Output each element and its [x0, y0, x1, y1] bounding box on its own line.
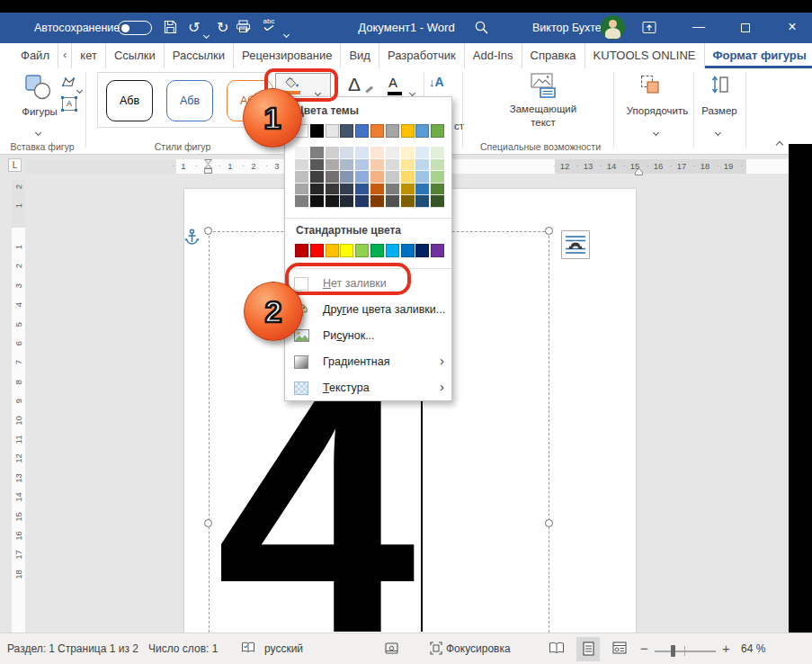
menu-item-gradient[interactable]: Градиентная ›: [285, 349, 451, 375]
theme-variant-swatch[interactable]: [386, 184, 399, 196]
zoom-slider-track[interactable]: [655, 651, 716, 652]
language-indicator[interactable]: русский: [264, 642, 303, 655]
theme-variant-swatch[interactable]: [401, 147, 415, 159]
theme-variant-swatch[interactable]: [295, 195, 308, 208]
shape-style-preset[interactable]: Абв: [166, 80, 213, 121]
ribbon-display-options-icon[interactable]: [642, 21, 656, 38]
standard-color-swatch[interactable]: [340, 244, 353, 257]
text-direction-icon[interactable]: ↓A: [429, 75, 444, 89]
theme-variant-swatch[interactable]: [415, 171, 429, 184]
spelling-check-icon[interactable]: abc: [260, 18, 278, 32]
macro-record-icon[interactable]: [385, 642, 398, 657]
read-mode-icon[interactable]: [549, 642, 565, 657]
maximize-button[interactable]: [732, 13, 759, 43]
theme-variant-swatch[interactable]: [431, 184, 444, 196]
theme-variant-swatch[interactable]: [295, 159, 308, 172]
tab-Вид[interactable]: Вид: [341, 43, 379, 68]
theme-color-swatch[interactable]: [370, 124, 384, 138]
tab-scroll-arrow[interactable]: ‹: [58, 43, 72, 68]
theme-color-swatch[interactable]: [431, 124, 444, 138]
tab-Add-Ins[interactable]: Add-Ins: [465, 43, 522, 68]
tab-кет[interactable]: кет: [72, 43, 106, 68]
theme-variant-swatch[interactable]: [370, 184, 384, 196]
standard-color-swatch[interactable]: [415, 244, 429, 257]
resize-handle[interactable]: [545, 227, 553, 235]
standard-color-swatch[interactable]: [370, 244, 384, 257]
theme-variant-swatch[interactable]: [340, 184, 353, 196]
standard-color-swatch[interactable]: [295, 244, 308, 257]
theme-color-swatch[interactable]: [401, 124, 415, 138]
autosave-toggle[interactable]: [118, 21, 152, 35]
tab-KUTOOLS ONLINE[interactable]: KUTOOLS ONLINE: [585, 43, 705, 68]
theme-variant-swatch[interactable]: [401, 159, 415, 172]
search-icon[interactable]: [474, 20, 489, 39]
big-text-shape[interactable]: 4: [214, 360, 430, 639]
tab-Справка[interactable]: Справка: [522, 43, 585, 68]
tab-Формат фигуры[interactable]: Формат фигуры: [705, 43, 812, 68]
theme-variant-swatch[interactable]: [340, 171, 353, 184]
arrange-chevron-icon[interactable]: [654, 122, 658, 139]
alt-text-button-line2[interactable]: текст: [489, 117, 597, 128]
layout-options-button[interactable]: [561, 230, 590, 259]
theme-variant-swatch[interactable]: [431, 159, 444, 172]
theme-variant-swatch[interactable]: [386, 147, 399, 159]
theme-variant-swatch[interactable]: [340, 147, 353, 159]
theme-variant-swatch[interactable]: [415, 195, 429, 208]
theme-variant-swatch[interactable]: [326, 184, 339, 196]
theme-variant-swatch[interactable]: [401, 184, 415, 196]
theme-variant-swatch[interactable]: [370, 159, 384, 172]
theme-variant-swatch[interactable]: [431, 195, 444, 208]
standard-color-swatch[interactable]: [310, 244, 324, 257]
theme-variant-swatch[interactable]: [295, 184, 308, 196]
collapse-ribbon-icon[interactable]: [776, 141, 783, 148]
theme-variant-swatch[interactable]: [415, 147, 429, 159]
edit-shape-icon[interactable]: [61, 76, 76, 92]
theme-variant-swatch[interactable]: [340, 159, 353, 172]
tab-Файл[interactable]: Файл: [13, 43, 58, 68]
standard-color-swatch[interactable]: [355, 244, 369, 257]
theme-variant-swatch[interactable]: [310, 184, 324, 196]
theme-variant-swatch[interactable]: [415, 159, 429, 172]
resize-handle[interactable]: [204, 227, 212, 235]
indent-marker-icon[interactable]: [204, 159, 212, 177]
theme-variant-swatch[interactable]: [326, 159, 339, 172]
theme-color-swatch[interactable]: [415, 124, 429, 138]
shapes-button[interactable]: Фигуры: [13, 106, 67, 117]
size-button[interactable]: Размер: [692, 105, 746, 116]
theme-variant-swatch[interactable]: [401, 195, 415, 208]
theme-color-swatch[interactable]: [355, 124, 369, 138]
zoom-in-button[interactable]: +: [722, 641, 730, 656]
resize-handle[interactable]: [204, 519, 212, 527]
vertical-ruler[interactable]: 21123456789101112131415161718: [12, 180, 25, 633]
theme-color-swatch[interactable]: [310, 124, 324, 138]
standard-color-swatch[interactable]: [386, 244, 399, 257]
theme-variant-swatch[interactable]: [355, 159, 369, 172]
avatar[interactable]: [601, 15, 625, 40]
theme-variant-swatch[interactable]: [370, 195, 384, 208]
edit-shape-chevron-icon[interactable]: [77, 80, 82, 96]
print-layout-icon[interactable]: [583, 642, 594, 659]
menu-item-more-fill-colors[interactable]: Другие цвета заливки...: [285, 297, 451, 323]
theme-variant-swatch[interactable]: [355, 171, 369, 184]
theme-color-swatch[interactable]: [386, 124, 399, 138]
text-fill-icon[interactable]: А: [388, 75, 397, 90]
theme-variant-swatch[interactable]: [340, 195, 353, 208]
right-indent-marker-icon[interactable]: [635, 163, 643, 179]
theme-variant-swatch[interactable]: [326, 195, 339, 208]
theme-variant-swatch[interactable]: [386, 171, 399, 184]
web-layout-icon[interactable]: [612, 642, 627, 657]
proofing-icon[interactable]: [241, 642, 255, 657]
theme-variant-swatch[interactable]: [326, 171, 339, 184]
theme-variant-swatch[interactable]: [431, 147, 444, 159]
ruler-tab-selector[interactable]: L: [8, 158, 22, 172]
theme-color-swatch[interactable]: [326, 124, 339, 138]
print-check-icon[interactable]: [236, 20, 251, 37]
theme-variant-swatch[interactable]: [355, 147, 369, 159]
section-indicator[interactable]: Раздел: 1: [7, 642, 55, 655]
zoom-slider-thumb[interactable]: [671, 645, 675, 657]
theme-variant-swatch[interactable]: [310, 159, 324, 172]
theme-variant-swatch[interactable]: [370, 147, 384, 159]
theme-variant-swatch[interactable]: [355, 195, 369, 208]
zoom-out-button[interactable]: −: [640, 641, 648, 656]
textbox-icon[interactable]: А: [62, 97, 76, 111]
